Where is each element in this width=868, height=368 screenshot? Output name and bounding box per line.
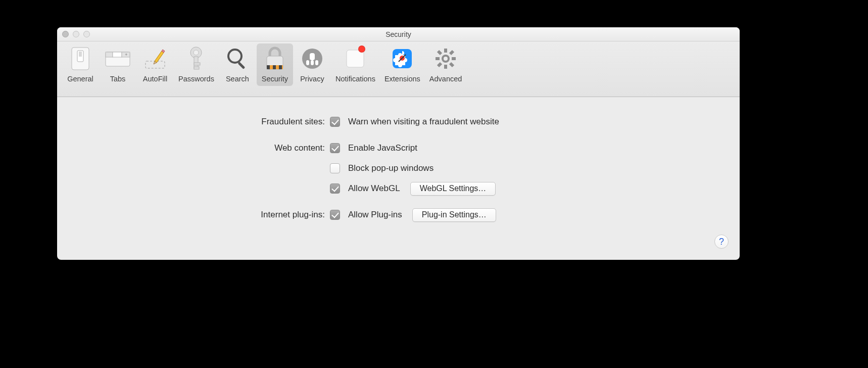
autofill-icon (141, 44, 169, 73)
svg-line-40 (438, 63, 441, 66)
toolbar-item-extensions[interactable]: Extensions (380, 43, 424, 86)
toolbar-label: Tabs (110, 75, 126, 83)
checkbox-allow-webgl[interactable] (330, 183, 340, 194)
row-web-js: Web content: Enable JavaScript (77, 141, 719, 156)
toolbar-label: Notifications (335, 75, 375, 83)
svg-rect-29 (347, 50, 364, 67)
toolbar-item-tabs[interactable]: + Tabs (100, 43, 136, 86)
extensions-icon (388, 44, 416, 73)
general-icon (66, 44, 94, 73)
security-pane: Fraudulent sites: Warn when visiting a f… (57, 97, 740, 243)
security-icon (261, 44, 289, 73)
svg-point-17 (228, 50, 242, 63)
checkbox-label-enable-javascript: Enable JavaScript (348, 143, 417, 153)
svg-point-42 (444, 57, 448, 61)
toolbar-item-notifications[interactable]: Notifications (331, 43, 379, 86)
svg-rect-2 (79, 52, 82, 57)
svg-rect-25 (310, 53, 315, 60)
passwords-icon (182, 44, 210, 73)
toolbar-item-general[interactable]: General (62, 43, 99, 86)
label-web-content: Web content: (77, 143, 330, 153)
minimize-window-button[interactable] (73, 31, 79, 37)
webgl-settings-button[interactable]: WebGL Settings… (410, 182, 496, 196)
toolbar-item-security[interactable]: Security (257, 43, 293, 86)
plugin-settings-button[interactable]: Plug-in Settings… (412, 208, 496, 222)
checkbox-label-block-popups: Block pop-up windows (348, 163, 433, 173)
checkbox-label-allow-webgl: Allow WebGL (348, 183, 400, 194)
tabs-icon: + (104, 44, 132, 73)
toolbar-item-search[interactable]: Search (219, 43, 256, 86)
checkbox-label-fraud-warn: Warn when visiting a fraudulent website (348, 117, 499, 127)
svg-rect-16 (194, 67, 199, 69)
svg-line-38 (438, 51, 441, 54)
svg-rect-15 (194, 63, 200, 65)
svg-rect-28 (311, 60, 314, 65)
toolbar-item-advanced[interactable]: Advanced (425, 43, 466, 86)
svg-rect-18 (237, 62, 245, 69)
window-title: Security (385, 30, 411, 38)
toolbar-label: Search (226, 75, 249, 83)
titlebar: Security (57, 27, 740, 41)
close-window-button[interactable] (62, 31, 69, 37)
toolbar-item-privacy[interactable]: Privacy (294, 43, 330, 86)
toolbar-label: Passwords (178, 75, 214, 83)
row-web-popup: Block pop-up windows (77, 161, 719, 176)
toolbar-label: AutoFill (143, 75, 167, 83)
privacy-icon (298, 44, 326, 73)
svg-text:+: + (125, 52, 127, 57)
svg-rect-27 (315, 60, 318, 65)
window-controls (62, 31, 90, 37)
svg-rect-22 (273, 65, 276, 69)
svg-line-41 (450, 51, 453, 54)
row-fraud: Fraudulent sites: Warn when visiting a f… (77, 114, 719, 129)
toolbar-label: Privacy (300, 75, 324, 83)
label-fraud: Fraudulent sites: (77, 117, 330, 127)
checkbox-allow-plugins[interactable] (330, 210, 340, 220)
svg-rect-5 (113, 52, 122, 57)
preferences-toolbar: General + Tabs (57, 41, 740, 97)
notifications-icon (341, 44, 369, 73)
svg-line-39 (450, 63, 453, 66)
svg-rect-21 (267, 65, 270, 69)
toolbar-item-autofill[interactable]: AutoFill (137, 43, 173, 86)
checkbox-block-popups[interactable] (330, 163, 340, 173)
checkbox-label-allow-plugins: Allow Plug-ins (348, 210, 402, 220)
toolbar-label: Security (262, 75, 288, 83)
zoom-window-button[interactable] (83, 31, 90, 37)
row-web-webgl: Allow WebGL WebGL Settings… (77, 181, 719, 196)
advanced-icon (431, 44, 460, 73)
svg-rect-26 (306, 60, 309, 65)
preferences-window: Security General + (57, 27, 740, 260)
help-button[interactable]: ? (714, 235, 729, 249)
checkbox-enable-javascript[interactable] (330, 143, 340, 153)
checkbox-fraud-warn[interactable] (330, 117, 340, 127)
toolbar-item-passwords[interactable]: Passwords (174, 43, 218, 86)
label-plugins: Internet plug-ins: (77, 210, 330, 220)
toolbar-label: Advanced (429, 75, 462, 83)
help-icon: ? (719, 237, 724, 247)
svg-rect-23 (279, 65, 282, 69)
row-plugins: Internet plug-ins: Allow Plug-ins Plug-i… (77, 207, 719, 222)
svg-point-13 (194, 50, 199, 55)
search-icon (223, 44, 252, 73)
toolbar-label: Extensions (384, 75, 420, 83)
toolbar-label: General (67, 75, 93, 83)
svg-rect-4 (106, 52, 113, 57)
